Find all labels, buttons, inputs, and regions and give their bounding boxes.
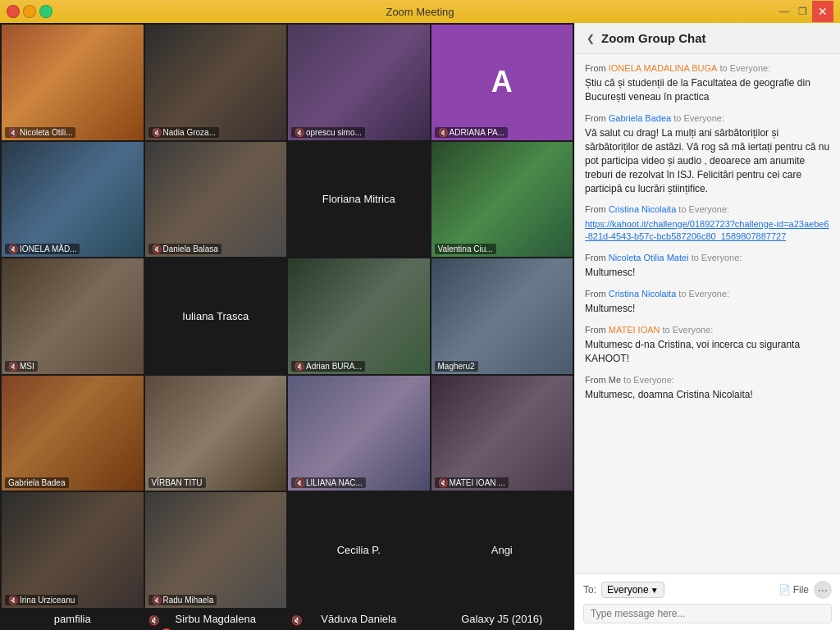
to-everyone-2: to Everyone: bbox=[673, 113, 724, 123]
sender-7: Me bbox=[609, 375, 621, 385]
chat-message-3: From Cristina Nicolaita to Everyone: htt… bbox=[585, 203, 830, 243]
video-tile-12[interactable]: Magheru2 bbox=[431, 258, 573, 374]
to-everyone-1: to Everyone: bbox=[719, 63, 770, 73]
video-tile-8[interactable]: Valentina Ciu... bbox=[431, 142, 573, 258]
tile-name-20: Angi bbox=[488, 541, 516, 559]
sender-5: Cristina Nicolaita bbox=[609, 289, 677, 299]
video-tile-10[interactable]: Iuliana Trasca bbox=[145, 258, 287, 374]
tile-name-15: 🔇LILIANA NAC... bbox=[291, 477, 366, 488]
video-tile-13[interactable]: Gabriela Badea bbox=[2, 376, 144, 491]
video-tile-2[interactable]: 🔇Nadia Groza... bbox=[145, 25, 287, 140]
chat-message-1: From IONELA MADALINA BUGA to Everyone: Ș… bbox=[585, 62, 830, 104]
chat-text-5: Multumesc! bbox=[585, 302, 830, 316]
window-min-dot[interactable] bbox=[23, 5, 36, 18]
chat-to-row: To: Everyone ▼ 📄 File ··· bbox=[583, 581, 832, 599]
mute-icon-23: 🔇 bbox=[291, 615, 303, 626]
video-tile-11[interactable]: 🔇Adrian BURA... bbox=[288, 258, 430, 374]
tile-name-23: Văduva Daniela bbox=[317, 609, 399, 628]
chat-messages: From IONELA MADALINA BUGA to Everyone: Ș… bbox=[575, 54, 840, 573]
to-everyone-3: to Everyone: bbox=[678, 204, 729, 214]
chat-panel: ❮ Zoom Group Chat From IONELA MADALINA B… bbox=[574, 23, 840, 630]
tile-name-24: Galaxy J5 (2016) bbox=[458, 609, 546, 628]
tile-name-2: 🔇Nadia Groza... bbox=[148, 127, 219, 138]
tile-name-11: 🔇Adrian BURA... bbox=[291, 361, 365, 372]
tile-name-22: Sirbu Magdalena bbox=[172, 609, 259, 628]
chat-from-6: From MATEI IOAN to Everyone: bbox=[585, 324, 830, 336]
main-layout: 🔇Nicoleta Otili... 🔇Nadia Groza... 🔇opre… bbox=[0, 23, 840, 630]
tile-name-3: 🔇oprescu simo... bbox=[291, 127, 365, 138]
chat-input-row bbox=[583, 604, 832, 623]
tile-name-8: Valentina Ciu... bbox=[435, 244, 496, 254]
tile-name-18: 🔇Radu Mihaela bbox=[148, 595, 217, 605]
video-tile-7[interactable]: Floriana Mitrica bbox=[288, 142, 430, 258]
chat-text-1: Știu că și studenții de la Facultatea de… bbox=[585, 76, 830, 104]
maximize-button[interactable]: ❐ bbox=[794, 3, 810, 20]
video-tile-23[interactable]: Văduva Daniela 🔇 bbox=[288, 609, 430, 628]
video-tile-5[interactable]: 🔇IONELA MĂD... bbox=[2, 142, 144, 258]
video-tile-19[interactable]: Cecilia P. bbox=[288, 492, 430, 608]
chat-message-6: From MATEI IOAN to Everyone: Multumesc d… bbox=[585, 324, 830, 366]
chat-from-1: From IONELA MADALINA BUGA to Everyone: bbox=[585, 62, 830, 75]
video-tile-22[interactable]: Sirbu Magdalena 🔇 bbox=[145, 609, 287, 628]
tile-name-17: 🔇Irina Urziceanu bbox=[5, 595, 78, 605]
chat-link-3[interactable]: https://kahoot.it/challenge/01892723?cha… bbox=[585, 218, 830, 244]
chat-from-4: From Nicoleta Otilia Matei to Everyone: bbox=[585, 252, 830, 264]
video-tile-9[interactable]: 🔇MSI bbox=[2, 258, 144, 374]
tile-name-6: 🔇Daniela Balasa bbox=[148, 244, 221, 254]
video-tile-1[interactable]: 🔇Nicoleta Otili... bbox=[2, 25, 144, 140]
tile-name-7: Floriana Mitrica bbox=[319, 189, 399, 208]
tile-name-21: pamfilia bbox=[51, 609, 94, 628]
video-tile-20[interactable]: Angi bbox=[431, 492, 573, 608]
sender-6: MATEI IOAN bbox=[609, 325, 660, 335]
tile-name-9: 🔇MSI bbox=[5, 361, 38, 372]
tile-name-5: 🔇IONELA MĂD... bbox=[5, 244, 80, 254]
title-bar-left bbox=[7, 5, 52, 18]
chat-from-7: From Me to Everyone: bbox=[585, 374, 830, 386]
video-tile-24[interactable]: Galaxy J5 (2016) bbox=[431, 609, 573, 628]
close-button[interactable]: ✕ bbox=[812, 1, 833, 22]
minimize-button[interactable]: — bbox=[776, 3, 792, 20]
video-tile-16[interactable]: 🔇MATEI IOAN ... bbox=[431, 376, 573, 491]
tile-name-1: 🔇Nicoleta Otili... bbox=[5, 127, 75, 138]
video-grid: 🔇Nicoleta Otili... 🔇Nadia Groza... 🔇opre… bbox=[0, 23, 574, 630]
chat-more-button[interactable]: ··· bbox=[814, 581, 832, 599]
video-tile-3[interactable]: 🔇oprescu simo... bbox=[288, 25, 430, 140]
chat-text-7: Multumesc, doamna Cristina Nicolaita! bbox=[585, 388, 830, 402]
tile-name-16: 🔇MATEI IOAN ... bbox=[435, 477, 509, 488]
chat-text-4: Multumesc! bbox=[585, 266, 830, 280]
chevron-down-icon: ▼ bbox=[651, 586, 659, 595]
chat-footer: To: Everyone ▼ 📄 File ··· bbox=[575, 573, 840, 630]
video-tile-15[interactable]: 🔇LILIANA NAC... bbox=[288, 376, 430, 491]
chat-message-4: From Nicoleta Otilia Matei to Everyone: … bbox=[585, 252, 830, 280]
chat-message-2: From Gabriela Badea to Everyone: Vă salu… bbox=[585, 112, 830, 195]
window-max-dot[interactable] bbox=[39, 5, 52, 18]
file-label: File bbox=[793, 584, 809, 596]
tile-name-14: VÎRBAN TITU bbox=[148, 477, 206, 488]
tile-name-10: Iuliana Trasca bbox=[179, 307, 252, 326]
video-tile-18[interactable]: 🔇Radu Mihaela bbox=[145, 492, 287, 608]
chat-to-label: To: bbox=[583, 584, 596, 596]
video-tile-17[interactable]: 🔇Irina Urziceanu bbox=[2, 492, 144, 608]
chat-message-7: From Me to Everyone: Multumesc, doamna C… bbox=[585, 374, 830, 402]
video-tile-14[interactable]: VÎRBAN TITU bbox=[145, 376, 287, 491]
video-tile-4[interactable]: A 🔇ADRIANA PA... bbox=[431, 25, 573, 140]
chat-file-button[interactable]: 📄 File bbox=[778, 584, 809, 596]
video-tile-6[interactable]: 🔇Daniela Balasa bbox=[145, 142, 287, 258]
to-everyone-6: to Everyone: bbox=[663, 325, 714, 335]
sender-4: Nicoleta Otilia Matei bbox=[609, 253, 689, 262]
window-close-dot[interactable] bbox=[7, 5, 20, 18]
chat-collapse-icon[interactable]: ❮ bbox=[587, 33, 595, 44]
mute-icon-22: 🔇 bbox=[148, 615, 160, 626]
to-everyone-4: to Everyone: bbox=[692, 253, 742, 262]
chat-text-6: Multumesc d-na Cristina, voi incerca cu … bbox=[585, 338, 830, 366]
chat-to-value: Everyone bbox=[607, 584, 649, 596]
chat-from-5: From Cristina Nicolaita to Everyone: bbox=[585, 288, 830, 300]
sender-1: IONELA MADALINA BUGA bbox=[609, 63, 718, 73]
chat-to-selector[interactable]: Everyone ▼ bbox=[601, 582, 664, 598]
chat-from-2: From Gabriela Badea to Everyone: bbox=[585, 112, 830, 125]
chat-message-input[interactable] bbox=[591, 608, 824, 619]
tile-name-13: Gabriela Badea bbox=[5, 477, 69, 488]
to-everyone-7: to Everyone: bbox=[623, 375, 674, 385]
video-tile-21[interactable]: pamfilia bbox=[2, 609, 144, 628]
tile-name-12: Magheru2 bbox=[435, 361, 478, 372]
